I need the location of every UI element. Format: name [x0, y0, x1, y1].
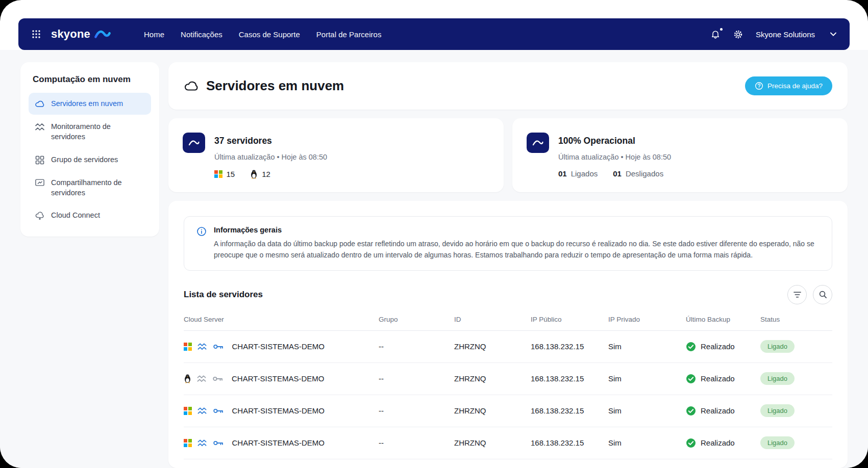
table-row[interactable]: CHART-SISTEMAS-DEMO -- ZHRZNQ 168.138.23… [184, 395, 832, 427]
notifications-bell-icon[interactable] [710, 29, 721, 39]
status-badge: Ligado [760, 340, 795, 353]
sidebar-item[interactable]: Compartilhamento de servidores [29, 172, 151, 204]
server-name: CHART-SISTEMAS-DEMO [232, 438, 325, 447]
question-icon [755, 82, 763, 90]
info-title: Informações gerais [214, 226, 820, 234]
search-button[interactable] [813, 285, 832, 304]
nav-item-home[interactable]: Home [144, 30, 164, 39]
check-icon [686, 406, 696, 416]
column-header: Grupo [379, 316, 454, 323]
backup-label: Realizado [701, 438, 735, 447]
stat-count: 01Desligados [613, 169, 663, 178]
filter-button[interactable] [787, 285, 807, 304]
nav-item-casos-de-suporte[interactable]: Casos de Suporte [239, 30, 300, 39]
stats-row: 37 servidores Última atualização • Hoje … [168, 118, 848, 192]
column-header: Status [760, 316, 832, 323]
key-icon[interactable] [212, 375, 223, 382]
logo-text: skyone [51, 28, 90, 41]
list-title: Lista de servidores [184, 290, 263, 300]
cell-ip-privado: Sim [608, 406, 686, 415]
app-grid-icon[interactable] [32, 30, 41, 39]
main-column: Servidores em nuvem Precisa de ajuda? [168, 62, 848, 468]
cell-grupo: -- [379, 406, 454, 415]
chevron-down-icon [830, 32, 836, 36]
cell-ip-privado: Sim [608, 342, 686, 351]
info-icon [196, 226, 207, 261]
column-header: IP Público [531, 316, 608, 323]
status-badge: Ligado [760, 404, 795, 417]
info-box: Informações gerais A informação da data … [184, 216, 832, 271]
cloud-connect-icon [35, 211, 45, 221]
share-icon [35, 178, 45, 188]
nav-item-notificações[interactable]: Notificações [181, 30, 222, 39]
sidebar: Computação em nuvem Servidores em nuvem … [20, 62, 159, 237]
sidebar-item[interactable]: Monitoramento de servidores [29, 116, 151, 148]
check-icon [686, 342, 696, 352]
backup-label: Realizado [701, 374, 735, 383]
key-icon[interactable] [213, 343, 224, 350]
monitoring-icon[interactable] [197, 343, 207, 351]
stat-card-servers: 37 servidores Última atualização • Hoje … [168, 118, 504, 192]
os-icon [184, 407, 192, 415]
linux-icon [184, 374, 191, 383]
cell-ip-privado: Sim [608, 438, 686, 447]
column-header: IP Privado [608, 316, 686, 323]
column-header: Cloud Server [184, 316, 379, 323]
help-button[interactable]: Precisa de ajuda? [745, 76, 832, 95]
windows-icon [184, 439, 192, 447]
skyone-logo: skyone [51, 28, 111, 41]
page-title-wrap: Servidores em nuvem [184, 78, 344, 94]
stat-counts: 01Ligados01Desligados [558, 169, 833, 178]
server-list-card: Informações gerais A informação da data … [168, 201, 848, 468]
page-title: Servidores em nuvem [206, 78, 344, 94]
cell-ip-privado: Sim [608, 374, 686, 383]
sidebar-item[interactable]: Cloud Connect [29, 204, 151, 226]
sidebar-item[interactable]: Grupo de servidores [29, 149, 151, 171]
filter-icon [793, 291, 802, 298]
stat-count: 15 [214, 170, 235, 178]
top-navbar: skyone HomeNotificaçõesCasos de SuporteP… [18, 18, 850, 50]
page-header-card: Servidores em nuvem Precisa de ajuda? [168, 62, 848, 110]
cell-id: ZHRZNQ [454, 438, 531, 447]
account-label: Skyone Solutions [756, 30, 815, 39]
cloud-icon [35, 99, 45, 109]
settings-gear-icon[interactable] [733, 29, 743, 40]
status-badge: Ligado [760, 436, 795, 449]
key-icon[interactable] [213, 439, 224, 447]
sidebar-item[interactable]: Servidores em nuvem [29, 93, 151, 115]
server-name: CHART-SISTEMAS-DEMO [232, 374, 324, 383]
table-row[interactable]: CHART-SISTEMAS-DEMO -- ZHRZNQ 168.138.23… [184, 427, 832, 459]
windows-icon [184, 407, 192, 415]
column-header: Último Backup [686, 316, 760, 323]
monitoring-icon[interactable] [197, 439, 207, 447]
check-icon [686, 374, 696, 384]
os-icon [184, 343, 192, 351]
key-icon[interactable] [213, 407, 224, 414]
nav-item-portal-de-parceiros[interactable]: Portal de Parceiros [316, 30, 382, 39]
table-row[interactable]: CHART-SISTEMAS-DEMO -- ZHRZNQ 168.138.23… [184, 331, 832, 363]
sidebar-item-label: Compartilhamento de servidores [51, 177, 145, 198]
sidebar-title: Computação em nuvem [33, 74, 147, 85]
account-menu[interactable]: Skyone Solutions [756, 30, 836, 39]
search-icon [819, 290, 827, 299]
info-body: A informação da data do último backup po… [214, 238, 820, 261]
operational-swoosh-icon [527, 133, 549, 153]
windows-icon [214, 170, 222, 178]
stat-updated: Última atualização • Hoje às 08:50 [558, 153, 833, 161]
backup-label: Realizado [701, 342, 735, 351]
sidebar-list: Servidores em nuvem Monitoramento de ser… [29, 93, 151, 226]
monitoring-icon[interactable] [197, 407, 207, 415]
column-header: ID [454, 316, 531, 323]
table-row[interactable]: CHART-SISTEMAS-DEMO -- ZHRZNQ 168.138.23… [184, 363, 832, 395]
servers-swoosh-icon [183, 133, 205, 153]
status-badge: Ligado [760, 372, 795, 385]
notification-dot [720, 28, 723, 31]
stat-counts: 1512 [214, 169, 489, 179]
grid-icon [35, 155, 45, 165]
cell-grupo: -- [379, 438, 454, 447]
topbar-right: Skyone Solutions [710, 29, 836, 40]
windows-icon [184, 343, 192, 351]
main-nav: HomeNotificaçõesCasos de SuportePortal d… [144, 30, 381, 39]
monitoring-icon[interactable] [197, 375, 207, 383]
backup-label: Realizado [701, 406, 735, 415]
